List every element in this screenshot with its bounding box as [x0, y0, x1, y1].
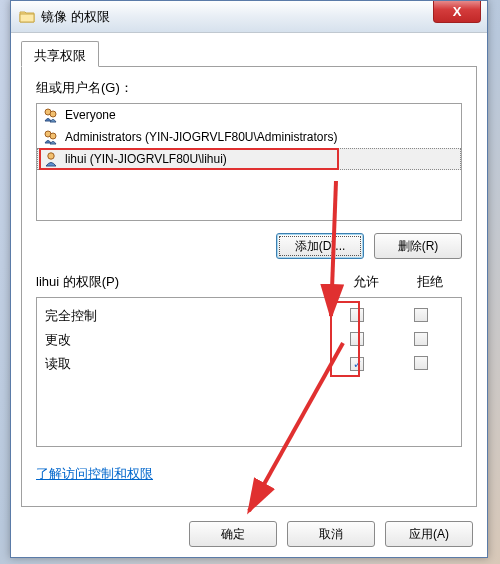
perm-name: 更改	[45, 331, 325, 349]
close-button[interactable]: X	[433, 1, 481, 23]
perm-name: 完全控制	[45, 307, 325, 325]
folder-icon	[19, 9, 35, 25]
list-item[interactable]: lihui (YIN-JIOGRVLF80U\lihui)	[37, 148, 461, 170]
perm-name: 读取	[45, 355, 325, 373]
list-item[interactable]: Everyone	[37, 104, 461, 126]
users-icon	[43, 129, 59, 145]
col-allow: 允许	[334, 273, 398, 291]
user-name: lihui (YIN-JIOGRVLF80U\lihui)	[65, 152, 227, 166]
user-name: Administrators (YIN-JIOGRVLF80U\Administ…	[65, 130, 338, 144]
col-deny: 拒绝	[398, 273, 462, 291]
users-icon	[43, 107, 59, 123]
checkbox-deny-read[interactable]	[414, 356, 428, 370]
table-row: 读取 ✓	[45, 352, 453, 376]
permissions-for-label: lihui 的权限(P)	[36, 273, 334, 291]
tab-share-permissions[interactable]: 共享权限	[21, 41, 99, 67]
checkbox-allow-change[interactable]	[350, 332, 364, 346]
cancel-button[interactable]: 取消	[287, 521, 375, 547]
apply-button[interactable]: 应用(A)	[385, 521, 473, 547]
checkbox-allow-read[interactable]: ✓	[350, 357, 364, 371]
ok-button[interactable]: 确定	[189, 521, 277, 547]
svg-point-1	[50, 111, 56, 117]
remove-button[interactable]: 删除(R)	[374, 233, 462, 259]
user-icon	[43, 151, 59, 167]
user-name: Everyone	[65, 108, 116, 122]
window-title: 镜像 的权限	[41, 8, 487, 26]
close-icon: X	[453, 4, 462, 19]
list-item[interactable]: Administrators (YIN-JIOGRVLF80U\Administ…	[37, 126, 461, 148]
checkbox-deny-full[interactable]	[414, 308, 428, 322]
add-button[interactable]: 添加(D)...	[276, 233, 364, 259]
tab-label: 共享权限	[34, 48, 86, 63]
table-row: 更改	[45, 328, 453, 352]
user-list[interactable]: Everyone Administrators (YIN-JIOGRVLF80U…	[36, 103, 462, 221]
permission-grid: 完全控制 更改 读取 ✓	[36, 297, 462, 447]
checkbox-allow-full[interactable]	[350, 308, 364, 322]
svg-point-4	[48, 153, 54, 159]
svg-point-3	[50, 133, 56, 139]
table-row: 完全控制	[45, 304, 453, 328]
help-link[interactable]: 了解访问控制和权限	[36, 465, 153, 483]
group-users-label: 组或用户名(G)：	[36, 79, 462, 97]
checkbox-deny-change[interactable]	[414, 332, 428, 346]
